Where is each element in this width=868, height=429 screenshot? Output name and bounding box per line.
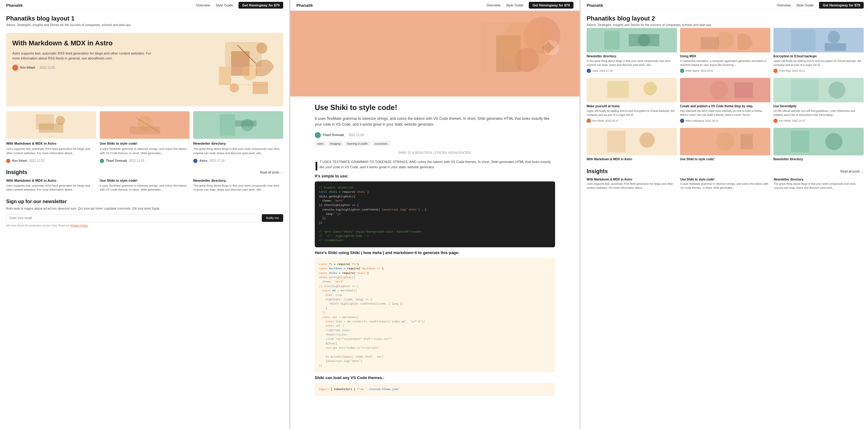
card-1-0[interactable]: With Markdown & MDX in Astro Astro suppo…	[6, 111, 96, 163]
grid-img-r1-1	[680, 28, 770, 52]
card-date-2: 2022.17.18	[209, 159, 224, 163]
p3-insight-2[interactable]: Newsletter directory. The great thing ab…	[774, 178, 864, 190]
article-date: 2022.12.03	[348, 133, 364, 137]
card-1-2[interactable]: Newsletter directory. The great thing ab…	[193, 111, 283, 163]
p3-insight-1[interactable]: Use Shiki to style code! It uses TextMat…	[680, 178, 770, 190]
nav-links-panel2: Overview Style Guide Get Hemingway for $…	[487, 2, 574, 8]
nav-style-guide-2[interactable]: Style Guide	[506, 3, 523, 7]
nav-overview-2[interactable]: Overview	[487, 3, 501, 7]
svg-rect-11	[39, 123, 63, 133]
grid-card-r1-1[interactable]: Using MDX In interactive animation, a co…	[680, 28, 770, 73]
svg-rect-31	[825, 43, 846, 51]
insight-1[interactable]: Use Shiki to style code! It uses TextMat…	[100, 179, 190, 192]
p3-insight-title-1: Use Shiki to style code!	[680, 178, 770, 181]
p3-insight-desc-0: Astro supports fast, automatic RSS feed …	[587, 182, 677, 190]
insight-0[interactable]: With Markdown & MDX in Astro Astro suppo…	[6, 179, 96, 192]
grid-img-r1-2	[773, 28, 864, 52]
grid-date-r2-0: 2022.18.12	[605, 119, 618, 122]
tag-astro[interactable]: astro	[315, 141, 326, 146]
grid-card-r2-1[interactable]: Create and publish a VS Code theme.Step …	[680, 78, 770, 123]
insights-title-1: Insights	[6, 169, 27, 176]
grid-card-title-r2-1: Create and publish a VS Code theme.Step …	[680, 104, 770, 108]
card-avatar-1	[100, 159, 104, 163]
grid-card-desc-r2-0: Apple will finally be adding end-to-end …	[587, 109, 677, 117]
svg-point-37	[829, 82, 846, 99]
page-title-section-3: Phanatiks blog layout 2 Advice, Strategi…	[581, 11, 868, 28]
svg-point-40	[716, 133, 735, 151]
insight-2[interactable]: Newsletter directory. The great thing ab…	[193, 179, 283, 192]
logo-panel3: Phanatik	[587, 3, 603, 8]
grid-author-name-r1-0: Astro	[592, 69, 598, 72]
insight-title-0: With Markdown & MDX in Astro	[6, 179, 96, 182]
grid-card-r3-1[interactable]: Use Shiki to style code!	[680, 128, 770, 162]
card-grid-1: With Markdown & MDX in Astro Astro suppo…	[6, 111, 283, 163]
svg-point-4	[242, 65, 257, 80]
read-all-1[interactable]: Read all posts →	[260, 171, 283, 174]
grid-date-r2-2: 2022.14.17	[792, 119, 805, 122]
newsletter-section-1: Sign up for our newsletter Anim aute id …	[6, 199, 283, 227]
panel-article: Phanatik Overview Style Guide Get Heming…	[290, 0, 580, 429]
tag-successes[interactable]: successes	[372, 141, 390, 146]
grid-card-r3-0[interactable]: With Markdown & MDX in Astro	[587, 128, 677, 162]
grid-author-r2-2: Kev Inhart 2022.14.17	[773, 119, 864, 123]
grid-author-r2-1: Mike Andreazza 2022.18.12	[680, 119, 770, 123]
nav-cta-2[interactable]: Get Hemingway for $79	[529, 2, 574, 8]
nav-overview-3[interactable]: Overview	[777, 3, 791, 7]
hero-desc-1: Astro supports fast, automatic RSS feed …	[12, 51, 158, 61]
hero-card-1[interactable]: With Markdown & MDX in Astro Astro suppo…	[6, 33, 283, 106]
grid-avatar-r1-1	[680, 69, 684, 73]
grid-date-r1-2: 2022.26.11	[792, 69, 805, 72]
grid-author-name-r2-0: Kev Inhart	[592, 119, 604, 122]
insight-title-1: Use Shiki to style code!	[100, 179, 190, 182]
tag-learning[interactable]: learning in public	[345, 141, 370, 146]
newsletter-title-1: Sign up for our newsletter	[6, 199, 283, 204]
grid-author-r2-0: Kev Inhart 2022.18.12	[587, 119, 677, 123]
grid-img-r3-1	[680, 128, 770, 155]
grid-avatar-r1-0	[587, 69, 591, 73]
grid-card-title-r3-2: Newsletter directory.	[773, 157, 864, 161]
nav-style-guide-1[interactable]: Style Guide	[216, 3, 233, 7]
card-author-name-1: Thaef Onmuak	[106, 159, 127, 163]
grid-avatar-r1-2	[773, 69, 778, 73]
svg-rect-5	[219, 66, 231, 85]
card-avatar-0	[6, 159, 10, 163]
card-thumb-img-0	[6, 111, 96, 139]
grid-author-name-r2-2: Kev Inhart	[779, 119, 791, 122]
privacy-link-1[interactable]: Privacy Policy.	[70, 224, 88, 227]
code-block-2: const fs = require('fs') const markdown …	[315, 258, 555, 372]
grid-card-r3-2[interactable]: Newsletter directory.	[773, 128, 864, 162]
nav-overview-1[interactable]: Overview	[196, 3, 210, 7]
nav-panel1: Phanatik Overview Style Guide Get Heming…	[0, 0, 289, 11]
svg-point-1	[256, 42, 267, 54]
insight-desc-1: It uses TextMate grammar to tokenize str…	[100, 183, 190, 192]
grid-card-r1-2[interactable]: Encryption to iCloud backups Apple will …	[773, 28, 864, 73]
code-block-1: // Example JavaScript const shiki = requ…	[315, 181, 555, 247]
tag-blogging[interactable]: blogging	[328, 141, 343, 146]
grid-card-desc-r2-1: Hey MaDuell! we don't need more tutorial…	[680, 109, 770, 117]
card-1-1[interactable]: Use Shiki to style code! It uses TextMat…	[100, 111, 190, 163]
grid-row2: Make yourself at home Apple will finally…	[587, 78, 864, 123]
grid-card-r2-2[interactable]: Use Serendipity On the official website …	[773, 78, 864, 123]
logo-panel1: Phanatik	[6, 3, 23, 8]
page-title-1: Phanatiks blog layout 1	[6, 15, 283, 22]
insights-title-3: Insights	[587, 168, 608, 175]
p3-insight-0[interactable]: With Markdown & MDX in Astro Astro suppo…	[587, 178, 677, 190]
card-author-2: Astro 2022.17.18	[193, 159, 283, 163]
nav-style-guide-3[interactable]: Style Guide	[796, 3, 813, 7]
grid-card-desc-r1-1: In interactive animation, a computer app…	[680, 59, 770, 67]
svg-rect-42	[791, 131, 809, 152]
newsletter-form-1: Notify me	[6, 214, 283, 222]
newsletter-email-input-1[interactable]	[6, 214, 259, 222]
nav-cta-3[interactable]: Get Hemingway for $79	[819, 2, 864, 8]
newsletter-submit-1[interactable]: Notify me	[262, 214, 283, 222]
insight-desc-2: The great thing about blogs is that your…	[193, 183, 283, 192]
panel-blog-layout-2: Phanatik Overview Style Guide Get Heming…	[581, 0, 868, 429]
read-all-3[interactable]: Read all posts →	[840, 170, 864, 173]
article-date-sep: ·	[346, 133, 347, 137]
grid-author-name-r1-1: Peter Ibarra	[685, 69, 699, 72]
newsletter-desc-1: Anim aute id magna aliqua ad ad non dese…	[6, 206, 283, 211]
grid-card-r1-0[interactable]: Newsletter directory. In the great thing…	[587, 28, 677, 73]
nav-cta-1[interactable]: Get Hemingway for $79	[239, 2, 283, 8]
hero-title-1: With Markdown & MDX in Astro	[12, 39, 158, 48]
grid-card-r2-0[interactable]: Make yourself at home Apple will finally…	[587, 78, 677, 123]
